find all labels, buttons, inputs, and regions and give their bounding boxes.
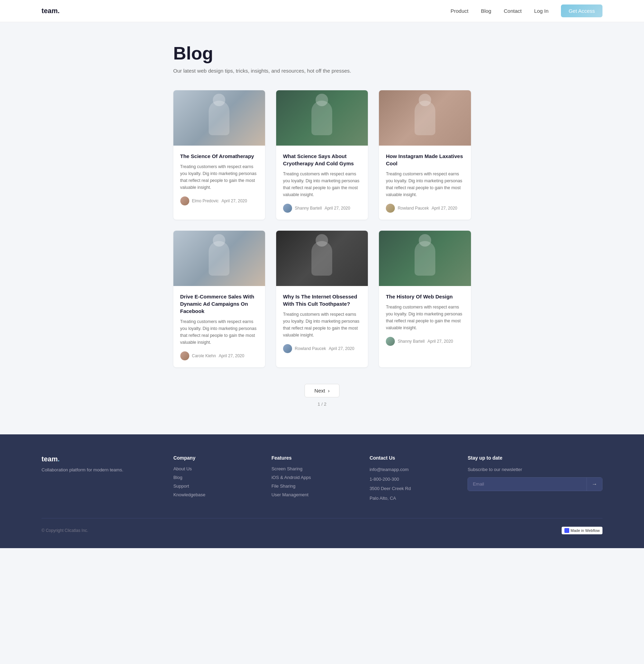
card-excerpt: Treating customers with respect earns yo… bbox=[180, 163, 258, 191]
author-avatar bbox=[180, 196, 189, 205]
footer-grid: team. Collaboration platform for modern … bbox=[42, 455, 602, 504]
card-title: Why Is The Internet Obsessed With This C… bbox=[283, 293, 361, 307]
footer-address-line1: 3500 Deer Creek Rd bbox=[370, 485, 454, 492]
next-label: Next bbox=[315, 388, 325, 394]
footer-link-blog[interactable]: Blog bbox=[173, 475, 258, 480]
logo-text: team. bbox=[42, 7, 60, 15]
footer-newsletter-desc: Subscribe to our newsletter bbox=[468, 466, 602, 473]
card-title: The History Of Web Design bbox=[386, 293, 464, 300]
main-content: Blog Our latest web design tips, tricks,… bbox=[0, 22, 644, 434]
footer-link-file-sharing[interactable]: File Sharing bbox=[271, 483, 356, 489]
get-access-button[interactable]: Get Access bbox=[561, 4, 602, 17]
footer-contact-heading: Contact Us bbox=[370, 455, 454, 461]
footer-logo-dot: . bbox=[58, 455, 60, 463]
card-image bbox=[379, 231, 471, 286]
footer-logo: team. bbox=[42, 455, 160, 463]
blog-card[interactable]: The Science Of Aromatherapy Treating cus… bbox=[173, 90, 265, 220]
blog-card[interactable]: How Instagram Made Laxatives Cool Treati… bbox=[379, 90, 471, 220]
card-image bbox=[173, 231, 265, 286]
footer-newsletter-heading: Stay up to date bbox=[468, 455, 602, 461]
post-date: April 27, 2020 bbox=[219, 353, 244, 358]
nav-links: Product Blog Contact Log In Get Access bbox=[451, 4, 602, 17]
nav-logo: team. bbox=[42, 7, 60, 15]
webflow-badge-label: Made in Webflow bbox=[571, 528, 600, 533]
author-avatar bbox=[283, 344, 292, 353]
blog-card[interactable]: What Science Says About Cryotherapy And … bbox=[276, 90, 368, 220]
footer: team. Collaboration platform for modern … bbox=[0, 434, 644, 548]
footer-link-ios-android[interactable]: iOS & Android Apps bbox=[271, 475, 356, 480]
pagination: Next › 1 / 2 bbox=[173, 384, 471, 407]
footer-features-col: Features Screen Sharing iOS & Android Ap… bbox=[271, 455, 356, 504]
footer-bottom: © Copyright Clicatlas Inc. Made in Webfl… bbox=[42, 518, 602, 534]
footer-address-line2: Palo Alto, CA bbox=[370, 495, 454, 502]
card-meta: Shanny Bartell April 27, 2020 bbox=[283, 204, 361, 213]
card-excerpt: Treating customers with respect earns yo… bbox=[283, 170, 361, 198]
footer-link-user-management[interactable]: User Management bbox=[271, 492, 356, 497]
author-name: Elmo Predovic bbox=[192, 199, 219, 203]
author-avatar bbox=[386, 337, 395, 346]
card-meta: Elmo Predovic April 27, 2020 bbox=[180, 196, 258, 205]
author-avatar bbox=[283, 204, 292, 213]
post-date: April 27, 2020 bbox=[432, 206, 457, 211]
footer-company-heading: Company bbox=[173, 455, 258, 461]
author-name: Shanny Bartell bbox=[398, 339, 425, 344]
footer-tagline: Collaboration platform for modern teams. bbox=[42, 467, 160, 473]
card-image bbox=[276, 90, 368, 146]
blog-grid: The Science Of Aromatherapy Treating cus… bbox=[173, 90, 471, 367]
card-meta: Rowland Paucek April 27, 2020 bbox=[386, 204, 464, 213]
footer-brand: team. Collaboration platform for modern … bbox=[42, 455, 160, 504]
author-name: Shanny Bartell bbox=[295, 206, 322, 211]
footer-contact-col: Contact Us info@teamapp.com 1-800-200-30… bbox=[370, 455, 454, 504]
card-excerpt: Treating customers with respect earns yo… bbox=[386, 170, 464, 198]
footer-newsletter-col: Stay up to date Subscribe to our newslet… bbox=[468, 455, 602, 504]
card-excerpt: Treating customers with respect earns yo… bbox=[386, 304, 464, 331]
page-title: Blog bbox=[173, 43, 471, 64]
card-excerpt: Treating customers with respect earns yo… bbox=[283, 311, 361, 339]
footer-link-knowledgebase[interactable]: Knowledgebase bbox=[173, 492, 258, 497]
footer-company-col: Company About Us Blog Support Knowledgeb… bbox=[173, 455, 258, 504]
footer-copyright: © Copyright Clicatlas Inc. bbox=[42, 528, 88, 533]
footer-phone: 1-800-200-300 bbox=[370, 476, 454, 483]
post-date: April 27, 2020 bbox=[329, 346, 354, 351]
card-image bbox=[173, 90, 265, 146]
card-image bbox=[276, 231, 368, 286]
page-subtitle: Our latest web design tips, tricks, insi… bbox=[173, 68, 471, 74]
webflow-icon bbox=[564, 528, 569, 533]
nav-product[interactable]: Product bbox=[451, 8, 469, 14]
next-button[interactable]: Next › bbox=[305, 384, 340, 397]
webflow-badge[interactable]: Made in Webflow bbox=[562, 527, 602, 534]
footer-link-about[interactable]: About Us bbox=[173, 466, 258, 471]
blog-card[interactable]: Why Is The Internet Obsessed With This C… bbox=[276, 231, 368, 367]
next-chevron-icon: › bbox=[328, 388, 329, 394]
card-image bbox=[379, 90, 471, 146]
page-indicator: 1 / 2 bbox=[318, 402, 326, 407]
card-title: What Science Says About Cryotherapy And … bbox=[283, 153, 361, 167]
card-title: Drive E-Commerce Sales With Dynamic Ad C… bbox=[180, 293, 258, 315]
nav-login[interactable]: Log In bbox=[534, 8, 548, 14]
footer-features-heading: Features bbox=[271, 455, 356, 461]
newsletter-form: → bbox=[468, 477, 602, 491]
footer-link-support[interactable]: Support bbox=[173, 483, 258, 489]
card-meta: Carole Kiehn April 27, 2020 bbox=[180, 351, 258, 360]
card-meta: Rowland Paucek April 27, 2020 bbox=[283, 344, 361, 353]
blog-card[interactable]: The History Of Web Design Treating custo… bbox=[379, 231, 471, 367]
post-date: April 27, 2020 bbox=[221, 199, 247, 203]
post-date: April 27, 2020 bbox=[427, 339, 453, 344]
navbar: team. Product Blog Contact Log In Get Ac… bbox=[0, 0, 644, 22]
newsletter-submit-button[interactable]: → bbox=[587, 478, 602, 491]
author-avatar bbox=[386, 204, 395, 213]
card-title: The Science Of Aromatherapy bbox=[180, 153, 258, 160]
author-name: Carole Kiehn bbox=[192, 353, 216, 358]
blog-card[interactable]: Drive E-Commerce Sales With Dynamic Ad C… bbox=[173, 231, 265, 367]
card-excerpt: Treating customers with respect earns yo… bbox=[180, 318, 258, 346]
post-date: April 27, 2020 bbox=[325, 206, 350, 211]
nav-contact[interactable]: Contact bbox=[504, 8, 522, 14]
author-name: Rowland Paucek bbox=[295, 346, 326, 351]
newsletter-email-input[interactable] bbox=[468, 478, 587, 491]
card-title: How Instagram Made Laxatives Cool bbox=[386, 153, 464, 167]
author-avatar bbox=[180, 351, 189, 360]
nav-blog[interactable]: Blog bbox=[481, 8, 491, 14]
card-meta: Shanny Bartell April 27, 2020 bbox=[386, 337, 464, 346]
author-name: Rowland Paucek bbox=[398, 206, 429, 211]
footer-link-screen-sharing[interactable]: Screen Sharing bbox=[271, 466, 356, 471]
